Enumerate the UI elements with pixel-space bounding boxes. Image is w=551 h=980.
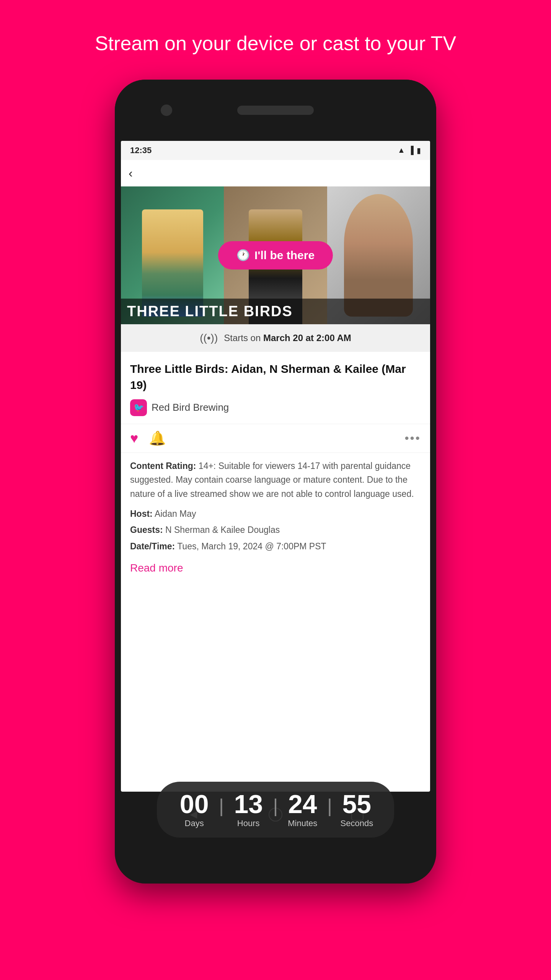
phone-device: 12:35 ▲ ▐ ▮ ‹ [115,80,436,884]
event-title: Three Little Birds: Aidan, N Sherman & K… [130,361,421,393]
guests-row: Guests: N Sherman & Kailee Douglas [130,523,421,537]
nav-back: ‹ [121,160,430,186]
heart-button[interactable]: ♥ [130,430,138,446]
datetime-label: Date/Time: [130,541,175,551]
days-label: Days [185,818,204,828]
guests-value: N Sherman & Kailee Douglas [165,525,280,535]
front-camera [161,105,172,116]
starts-on-text: Starts on March 20 at 2:00 AM [224,333,351,343]
clock-plus-icon: 🕐 [236,249,250,261]
venue-row: 🐦 Red Bird Brewing [130,399,421,416]
broadcast-icon: ((•)) [200,332,218,344]
info-section: Host: Aidan May Guests: N Sherman & Kail… [121,507,430,553]
divider-1: | [217,795,225,817]
more-button[interactable]: ••• [404,431,421,445]
event-image-container: 🕐 I'll be there THREE LITTLE BIRDS [121,186,430,324]
page-title: Stream on your device or cast to your TV [57,0,494,80]
phone-top-bezel [115,80,436,141]
host-label: Host: [130,509,153,519]
status-bar: 12:35 ▲ ▐ ▮ [121,141,430,160]
hours-value: 13 [234,791,263,817]
countdown-days: 00 Days [173,791,215,828]
status-time: 12:35 [130,145,152,155]
battery-icon: ▮ [417,146,421,155]
app-content: ‹ 🕐 I'll be the [121,160,430,581]
status-icons: ▲ ▐ ▮ [398,146,421,155]
content-rating-label: Content Rating: [130,461,196,471]
content-rating-text: Content Rating: 14+: Suitable for viewer… [130,459,421,501]
starts-on-date: March 20 at 2:00 AM [263,333,351,343]
hours-label: Hours [237,818,260,828]
action-icons-left: ♥ 🔔 [130,430,166,446]
datetime-row: Date/Time: Tues, March 19, 2024 @ 7:00PM… [130,540,421,553]
event-name-text: THREE LITTLE BIRDS [127,303,424,320]
starts-on-bar: ((•)) Starts on March 20 at 2:00 AM [121,324,430,352]
be-there-button[interactable]: 🕐 I'll be there [218,241,333,270]
phone-speaker [237,106,314,115]
read-more-button[interactable]: Read more [121,556,430,580]
wifi-icon: ▲ [398,146,405,155]
divider-2: | [271,795,279,817]
action-row: ♥ 🔔 ••• [121,424,430,453]
countdown-hours: 13 Hours [227,791,269,828]
divider-3: | [326,795,334,817]
event-name-overlay: THREE LITTLE BIRDS [121,299,430,324]
be-there-label: I'll be there [254,249,315,262]
days-value: 00 [180,791,209,817]
content-section: Content Rating: 14+: Suitable for viewer… [121,459,430,507]
back-button[interactable]: ‹ [129,166,133,180]
venue-name: Red Bird Brewing [152,402,229,413]
host-row: Host: Aidan May [130,507,421,521]
seconds-label: Seconds [341,818,373,828]
countdown-overlay: 00 Days | 13 Hours | 24 Minutes | 55 Sec… [157,782,394,838]
minutes-value: 24 [288,791,317,817]
bell-button[interactable]: 🔔 [149,430,166,446]
person-face-figure [344,194,413,317]
phone-screen: 12:35 ▲ ▐ ▮ ‹ [121,141,430,792]
guests-label: Guests: [130,525,163,535]
datetime-value: Tues, March 19, 2024 @ 7:00PM PST [177,541,326,551]
host-value: Aidan May [155,509,196,519]
venue-icon: 🐦 [130,399,147,416]
countdown-minutes: 24 Minutes [282,791,324,828]
signal-icon: ▐ [408,146,414,155]
starts-on-prefix: Starts on [224,333,261,343]
seconds-value: 55 [342,791,372,817]
countdown-seconds: 55 Seconds [336,791,378,828]
minutes-label: Minutes [288,818,317,828]
event-details: Three Little Birds: Aidan, N Sherman & K… [121,352,430,416]
